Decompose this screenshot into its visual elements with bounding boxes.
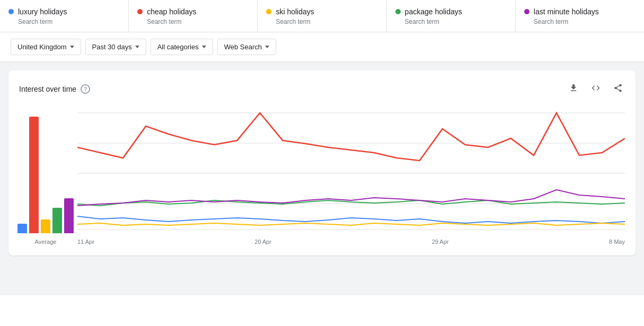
term-type-luxury: Search term bbox=[18, 18, 120, 25]
term-dot-ski bbox=[266, 9, 271, 14]
bars-group bbox=[17, 119, 74, 235]
x-labels: 11 Apr20 Apr29 Apr8 May bbox=[77, 236, 625, 245]
main-content: Interest over time ? Avera bbox=[0, 62, 644, 295]
term-dot-cheap bbox=[137, 9, 143, 14]
term-name-cheap: cheap holidays bbox=[147, 7, 196, 16]
help-icon[interactable]: ? bbox=[81, 84, 90, 94]
term-name-ski: ski holidays bbox=[276, 7, 314, 16]
term-header: last minute holidays bbox=[524, 7, 636, 16]
filter-searchtype[interactable]: Web Search bbox=[217, 39, 276, 55]
chevron-icon-period bbox=[135, 46, 139, 48]
term-header: ski holidays bbox=[266, 7, 377, 16]
line-chart-wrapper: 100 75 50 25 11 Apr20 Apr29 Apr8 May bbox=[77, 108, 625, 245]
search-term-package: package holidays Search term bbox=[387, 0, 516, 32]
term-dot-lastminute bbox=[524, 9, 530, 14]
share-button[interactable] bbox=[611, 81, 625, 97]
chart-actions bbox=[567, 81, 625, 97]
term-type-cheap: Search term bbox=[147, 18, 249, 25]
term-header: luxury holidays bbox=[8, 7, 120, 16]
chevron-icon-searchtype bbox=[265, 46, 269, 48]
filter-period[interactable]: Past 30 days bbox=[85, 39, 146, 55]
chart-title-group: Interest over time ? bbox=[19, 84, 90, 94]
download-button[interactable] bbox=[567, 81, 580, 97]
term-name-package: package holidays bbox=[405, 7, 462, 16]
filter-label-region: United Kingdom bbox=[17, 43, 67, 51]
x-label: 20 Apr bbox=[254, 239, 271, 245]
avg-bar-package bbox=[52, 208, 62, 233]
term-header: cheap holidays bbox=[137, 7, 249, 16]
filter-label-searchtype: Web Search bbox=[224, 43, 262, 51]
line-chart-svg: 100 75 50 25 bbox=[77, 108, 625, 235]
term-type-lastminute: Search term bbox=[534, 18, 636, 25]
term-type-package: Search term bbox=[405, 18, 507, 25]
chart-card: Interest over time ? Avera bbox=[8, 71, 636, 255]
search-term-lastminute: last minute holidays Search term bbox=[516, 0, 644, 32]
avg-label: Average bbox=[35, 239, 57, 245]
term-name-luxury: luxury holidays bbox=[18, 7, 67, 16]
avg-bar-luxury bbox=[17, 224, 27, 233]
filter-bar: United KingdomPast 30 daysAll categories… bbox=[0, 32, 644, 62]
term-name-lastminute: last minute holidays bbox=[534, 7, 599, 16]
chart-title: Interest over time bbox=[19, 85, 76, 93]
avg-bar-ski bbox=[41, 219, 50, 233]
filter-categories[interactable]: All categories bbox=[151, 39, 213, 55]
term-dot-package bbox=[395, 9, 401, 14]
chevron-icon-region bbox=[70, 46, 74, 48]
filter-label-categories: All categories bbox=[157, 43, 199, 51]
filter-label-period: Past 30 days bbox=[92, 43, 132, 51]
chevron-icon-categories bbox=[202, 46, 206, 48]
filter-region[interactable]: United Kingdom bbox=[11, 39, 81, 55]
search-terms-bar: luxury holidays Search term cheap holida… bbox=[0, 0, 644, 32]
avg-bar-cheap bbox=[29, 117, 39, 233]
chart-area: Average 100 75 50 25 bbox=[19, 108, 625, 245]
x-label: 8 May bbox=[609, 239, 625, 245]
avg-bar-container: Average bbox=[19, 119, 72, 245]
term-dot-luxury bbox=[8, 9, 14, 14]
term-header: package holidays bbox=[395, 7, 507, 16]
x-label: 29 Apr bbox=[432, 239, 449, 245]
search-term-luxury: luxury holidays Search term bbox=[0, 0, 129, 32]
avg-bar-lastminute bbox=[64, 198, 74, 233]
chart-header: Interest over time ? bbox=[19, 81, 625, 97]
term-type-ski: Search term bbox=[276, 18, 377, 25]
x-label: 11 Apr bbox=[77, 239, 94, 245]
embed-button[interactable] bbox=[589, 81, 603, 97]
search-term-cheap: cheap holidays Search term bbox=[129, 0, 258, 32]
search-term-ski: ski holidays Search term bbox=[258, 0, 386, 32]
